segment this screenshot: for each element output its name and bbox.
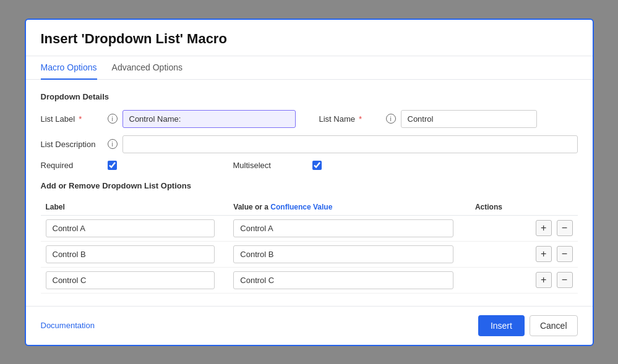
dialog-container: Insert 'Dropdown List' Macro Macro Optio… — [25, 19, 594, 346]
documentation-link[interactable]: Documentation — [41, 321, 95, 330]
remove-row-button-1[interactable]: − — [557, 246, 573, 262]
options-table: Label Value or a Confluence Value Action… — [41, 199, 578, 294]
cancel-button[interactable]: Cancel — [530, 315, 578, 336]
col-header-value: Value or a Confluence Value — [228, 199, 470, 216]
required-label: Required — [41, 161, 103, 170]
list-description-row: List Description i — [41, 135, 578, 153]
required-multiselect-row: Required Multiselect — [41, 161, 578, 170]
multiselect-label: Multiselect — [233, 161, 307, 170]
option-label-input-2[interactable] — [46, 271, 215, 289]
list-description-input[interactable] — [122, 135, 578, 153]
dialog-body: Dropdown Details List Label * i List Nam… — [26, 80, 593, 306]
list-name-label: List Name * — [319, 114, 381, 124]
tab-macro-options[interactable]: Macro Options — [41, 56, 97, 80]
option-value-input-1[interactable] — [233, 245, 453, 263]
col-header-actions: Actions — [470, 199, 578, 216]
col-header-label: Label — [41, 199, 229, 216]
option-value-input-0[interactable] — [233, 219, 453, 237]
list-label-info-icon[interactable]: i — [108, 114, 118, 124]
dialog-header: Insert 'Dropdown List' Macro — [26, 20, 593, 56]
add-row-button-0[interactable]: + — [536, 220, 552, 236]
dropdown-options-section: Add or Remove Dropdown List Options Labe… — [41, 181, 578, 294]
list-description-info-icon[interactable]: i — [108, 139, 118, 149]
confluence-value-link[interactable]: Confluence Value — [270, 203, 332, 211]
list-name-input[interactable] — [401, 110, 537, 128]
footer-buttons: Insert Cancel — [478, 315, 578, 336]
list-label-row: List Label * i List Name * i — [41, 110, 578, 128]
tab-advanced-options[interactable]: Advanced Options — [112, 56, 182, 80]
dropdown-options-title: Add or Remove Dropdown List Options — [41, 181, 578, 190]
table-row: + − — [41, 267, 578, 293]
dialog-title: Insert 'Dropdown List' Macro — [41, 31, 578, 47]
list-label-label: List Label * — [41, 114, 103, 124]
multiselect-checkbox[interactable] — [312, 161, 322, 170]
add-row-button-1[interactable]: + — [536, 246, 552, 262]
add-row-button-2[interactable]: + — [536, 272, 552, 288]
insert-button[interactable]: Insert — [478, 315, 525, 336]
option-value-input-2[interactable] — [233, 271, 453, 289]
tabs-container: Macro Options Advanced Options — [26, 56, 593, 80]
list-description-label: List Description — [41, 140, 103, 149]
table-row: + − — [41, 215, 578, 241]
list-label-required: * — [79, 114, 82, 124]
table-row: + − — [41, 241, 578, 267]
list-name-info-icon[interactable]: i — [386, 114, 396, 124]
dialog-footer: Documentation Insert Cancel — [26, 306, 593, 345]
required-checkbox[interactable] — [108, 161, 117, 170]
list-name-required: * — [359, 114, 362, 124]
option-label-input-1[interactable] — [46, 245, 215, 263]
dropdown-details-title: Dropdown Details — [41, 92, 578, 101]
list-label-input[interactable] — [122, 110, 296, 128]
option-label-input-0[interactable] — [46, 219, 215, 237]
remove-row-button-2[interactable]: − — [557, 272, 573, 288]
remove-row-button-0[interactable]: − — [557, 220, 573, 236]
